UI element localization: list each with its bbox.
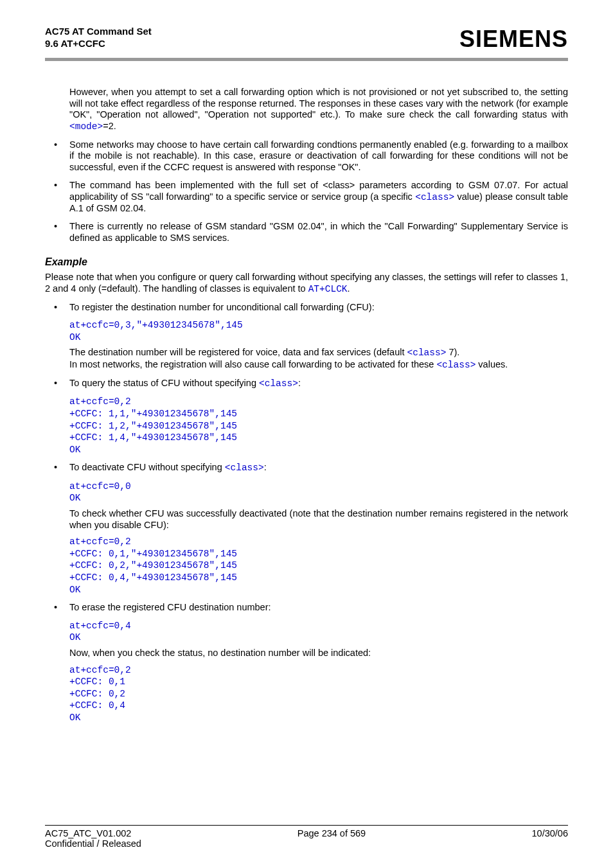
- code-block: at+ccfc=0,2 +CCFC: 0,1 +CCFC: 0,2 +CCFC:…: [69, 664, 568, 724]
- code-block: at+ccfc=0,2 +CCFC: 0,1,"+493012345678",1…: [69, 536, 568, 596]
- bullet-item: To query the status of CFU without speci…: [45, 378, 568, 390]
- example-bullet-list: To register the destination number for u…: [45, 302, 568, 314]
- class-link[interactable]: <class>: [407, 348, 447, 358]
- class-link[interactable]: <class>: [259, 378, 298, 389]
- code-block: at+ccfc=0,2 +CCFC: 1,1,"+493012345678",1…: [69, 396, 568, 456]
- example-heading: Example: [45, 256, 568, 268]
- example-intro-pre: Please note that when you configure or q…: [45, 272, 568, 294]
- bullet-text: To erase the registered CFU destination …: [69, 602, 271, 612]
- footer-left: AC75_ATC_V01.002: [45, 828, 131, 838]
- doc-title: AC75 AT Command Set: [45, 26, 152, 38]
- text: :: [298, 378, 301, 388]
- class-link[interactable]: <class>: [415, 192, 454, 202]
- bullet-item: There is currently no release of GSM sta…: [45, 221, 568, 244]
- header-left: AC75 AT Command Set 9.6 AT+CCFC: [45, 26, 152, 50]
- example-bullet-list: To erase the registered CFU destination …: [45, 602, 568, 614]
- intro-tail: =2.: [103, 121, 116, 131]
- bullet-text: To register the destination number for u…: [69, 302, 375, 312]
- intro-text: However, when you attempt to set a call …: [69, 87, 568, 120]
- footer-left2: Confidential / Released: [45, 838, 141, 849]
- after-code-para: The destination number will be registere…: [69, 347, 568, 371]
- text: To query the status of CFU without speci…: [69, 378, 259, 388]
- code-block: at+ccfc=0,4 OK: [69, 620, 568, 644]
- bullet-text: Some networks may choose to have certain…: [69, 139, 568, 172]
- bullet-item: The command has been implemented with th…: [45, 180, 568, 215]
- footer-row: AC75_ATC_V01.002 Page 234 of 569 10/30/0…: [45, 828, 568, 838]
- intro-paragraph: However, when you attempt to set a call …: [69, 87, 568, 133]
- example-intro-post: .: [348, 283, 350, 294]
- doc-section: 9.6 AT+CCFC: [45, 38, 152, 50]
- mode-link[interactable]: <mode>: [69, 121, 103, 132]
- header-divider: [45, 58, 568, 61]
- footer-divider: [45, 825, 568, 826]
- text: values.: [475, 359, 508, 369]
- example-intro: Please note that when you configure or q…: [45, 272, 568, 295]
- example-bullet-list: To deactivate CFU without specifying <cl…: [45, 462, 568, 474]
- bullet-item: Some networks may choose to have certain…: [45, 139, 568, 173]
- mid-para: To check whether CFU was successfully de…: [69, 508, 568, 531]
- bullet-text: There is currently no release of GSM sta…: [69, 221, 568, 243]
- text: :: [264, 462, 267, 472]
- bullet-item: To register the destination number for u…: [45, 302, 568, 314]
- top-bullet-list: Some networks may choose to have certain…: [45, 139, 568, 244]
- mid-para: Now, when you check the status, no desti…: [69, 648, 568, 659]
- page-footer: AC75_ATC_V01.002 Page 234 of 569 10/30/0…: [45, 825, 568, 849]
- brand-logo: SIEMENS: [459, 26, 568, 53]
- footer-row-2: Confidential / Released: [45, 838, 568, 849]
- class-link[interactable]: <class>: [436, 360, 475, 370]
- class-link[interactable]: <class>: [225, 463, 264, 473]
- footer-center: Page 234 of 569: [298, 828, 366, 838]
- page-header: AC75 AT Command Set 9.6 AT+CCFC SIEMENS: [45, 26, 568, 53]
- footer-right: 10/30/06: [532, 828, 568, 838]
- bullet-item: To deactivate CFU without specifying <cl…: [45, 462, 568, 474]
- atclck-link[interactable]: AT+CLCK: [308, 284, 348, 294]
- code-block: at+ccfc=0,3,"+493012345678",145 OK: [69, 319, 568, 343]
- text: To deactivate CFU without specifying: [69, 462, 225, 472]
- code-block: at+ccfc=0,0 OK: [69, 481, 568, 504]
- bullet-item: To erase the registered CFU destination …: [45, 602, 568, 614]
- text: The destination number will be registere…: [69, 347, 407, 357]
- example-bullet-list: To query the status of CFU without speci…: [45, 378, 568, 390]
